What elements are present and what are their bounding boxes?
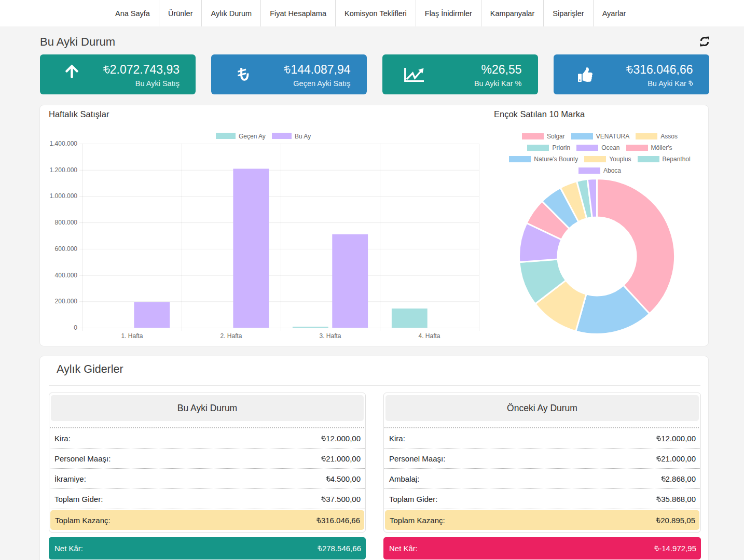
- svg-text:800.000: 800.000: [55, 219, 78, 226]
- svg-text:1.000.000: 1.000.000: [50, 192, 78, 200]
- svg-text:1. Hafta: 1. Hafta: [121, 332, 143, 340]
- svg-text:200.000: 200.000: [55, 298, 78, 305]
- svg-text:0: 0: [74, 324, 77, 331]
- svg-text:4. Hafta: 4. Hafta: [418, 332, 440, 340]
- svg-text:2. Hafta: 2. Hafta: [220, 332, 242, 340]
- svg-text:600.000: 600.000: [55, 245, 78, 253]
- svg-text:3. Hafta: 3. Hafta: [319, 332, 341, 340]
- svg-text:400.000: 400.000: [55, 272, 78, 279]
- svg-text:Bu Ay: Bu Ay: [295, 133, 311, 140]
- svg-text:Geçen Ay: Geçen Ay: [239, 133, 266, 140]
- svg-text:1.400.000: 1.400.000: [50, 140, 78, 147]
- svg-text:1.200.000: 1.200.000: [50, 166, 78, 174]
